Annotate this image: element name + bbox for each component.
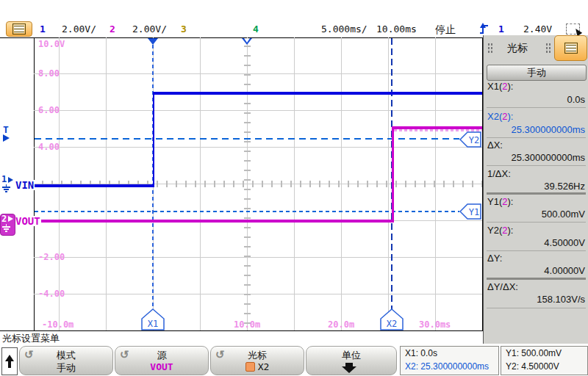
field-value: 4.00000V (487, 265, 585, 277)
trigger-level-marker-label: T (3, 124, 9, 135)
svg-text:Y2: Y2 (469, 135, 479, 145)
y-axis-label: 4.00 (38, 142, 60, 152)
trigger-source[interactable]: 1 (498, 23, 504, 36)
vin-channel-label[interactable]: VIN (15, 180, 35, 190)
ch1-position-marker[interactable]: 1 (1, 175, 14, 195)
vin-trace-high (154, 92, 482, 95)
y-axis-label: 8.00 (38, 68, 60, 79)
ground-icon (2, 184, 10, 192)
softkey-value: VOUT (115, 361, 208, 372)
x-axis-label: 30.0ms (419, 319, 451, 330)
ch2-scale[interactable]: 2.00V/ (132, 23, 167, 36)
field-value: 500.00mV (487, 209, 585, 220)
ch1-marker-number: 1 (1, 175, 7, 184)
softkey-units[interactable]: 单位 (306, 346, 397, 375)
gridline (34, 257, 482, 258)
panel-grip-icon[interactable] (545, 43, 551, 54)
field-label: X2(2): (487, 111, 585, 123)
softkey-source[interactable]: ↺ 源 VOUT (115, 346, 209, 375)
trigger-level[interactable]: 2.40V (523, 23, 552, 36)
ch2-marker-arrow-icon (8, 216, 13, 222)
svg-text:Y1: Y1 (469, 207, 479, 217)
gridline (34, 110, 482, 111)
delay-readout[interactable]: 10.00ms (376, 23, 417, 36)
field-label: 1/ΔX: (487, 168, 585, 180)
field-label: X1(2): (487, 81, 585, 93)
y-axis-label: -2.00 (38, 252, 65, 262)
y-cursor-readout-box: Y1: 500.00mV Y2: 4.50000V (501, 346, 588, 375)
menu-icon (12, 24, 26, 35)
field-value: 0.0s (487, 94, 585, 106)
cursor-x1-top-marker-icon[interactable] (148, 38, 158, 45)
field-value: 158.103V/s (487, 294, 585, 306)
field-value: 25.300000000ms (487, 152, 585, 164)
trigger-position-marker-inner (244, 38, 250, 43)
down-arrow-icon (342, 366, 356, 373)
cursor-y2-line[interactable] (35, 138, 459, 140)
divider (487, 107, 586, 108)
menu-icon (564, 43, 578, 54)
panel-grip-icon[interactable] (487, 43, 493, 54)
ch2-marker-number: 2 (1, 214, 7, 223)
softkey-cursor[interactable]: ↺ 光标 X2 (210, 346, 304, 375)
vout-channel-label[interactable]: VOUT (15, 216, 41, 226)
field-value: 39.526Hz (487, 181, 585, 192)
cursor-x2-flag[interactable]: X2 (380, 308, 404, 330)
svg-text:X1: X1 (148, 319, 158, 329)
trigger-level-arrow-icon[interactable] (3, 134, 10, 142)
x-cursor-readout-box: X1: 0.0s X2: 25.300000000ms (400, 346, 499, 375)
main-menu-button[interactable] (6, 21, 32, 37)
x-axis-label: 10.0m (234, 319, 260, 330)
up-arrow-stem (8, 361, 11, 368)
ch1-number[interactable]: 1 (40, 23, 46, 36)
divider-thick (487, 278, 586, 280)
field-label: ΔY: (487, 253, 585, 264)
timebase-readout[interactable]: 5.000ms/ (321, 23, 368, 36)
x1-readout: X1: 0.0s (401, 347, 498, 360)
x-axis-label: 20.0m (328, 319, 354, 330)
cursor-y2-flag[interactable]: Y2 (459, 131, 482, 148)
run-status: 停止 (435, 23, 456, 36)
y-axis-label: -4.00 (38, 289, 65, 299)
cursor-panel: 光标 手动 X1(2): 0.0s X2(2): 25.300000000ms … (483, 35, 588, 344)
x-axis-label: -10.0m (42, 319, 74, 330)
panel-title: 光标 (507, 42, 528, 55)
ch2-position-marker[interactable]: 2 (0, 214, 15, 236)
divider (487, 165, 586, 166)
y1-readout: Y1: 500.00mV (501, 347, 587, 360)
gridline (34, 294, 482, 294)
softkey-title: 源 (115, 349, 208, 362)
menu-back-button[interactable] (1, 347, 18, 375)
ground-icon (2, 224, 10, 232)
ch1-scale[interactable]: 2.00V/ (62, 23, 96, 36)
divider (487, 308, 586, 308)
cursor-mode-button[interactable]: 手动 (487, 65, 587, 81)
y-axis-label: 10.0V (38, 39, 65, 49)
cursor-x1-flag[interactable]: X1 (141, 308, 165, 330)
ch4-number[interactable]: 4 (253, 23, 259, 36)
softkey-title: 光标 (211, 349, 304, 362)
divider-thick (487, 192, 586, 195)
y-axis-label: 6.00 (38, 105, 60, 115)
selected-cursor-swatch (245, 362, 255, 372)
ch3-number[interactable]: 3 (181, 23, 187, 36)
panel-menu-button[interactable] (554, 35, 587, 61)
cursor-mode-label: 手动 (527, 67, 546, 78)
softkey-mode[interactable]: ↺ 模式 手动 (19, 346, 113, 375)
softkey-title: 模式 (20, 349, 112, 362)
cursor-y1-flag[interactable]: Y1 (459, 203, 482, 220)
softkey-value: X2 (211, 361, 304, 372)
divider (487, 222, 586, 223)
field-value: 25.300000000ms (487, 124, 585, 136)
vin-trace-edge (153, 92, 154, 187)
plot-bottom-border (0, 330, 483, 331)
trigger-edge-icon (478, 22, 490, 35)
up-arrow-icon (5, 355, 14, 361)
cursor-y1-line[interactable] (35, 211, 459, 212)
softkey-menu-title: 光标设置菜单 (2, 332, 60, 345)
ch2-number[interactable]: 2 (110, 23, 115, 36)
svg-text:X2: X2 (387, 319, 397, 329)
field-label: Y1(2): (487, 196, 585, 208)
ch1-marker-arrow-icon (8, 177, 13, 183)
field-label: Y2(2): (487, 225, 585, 236)
